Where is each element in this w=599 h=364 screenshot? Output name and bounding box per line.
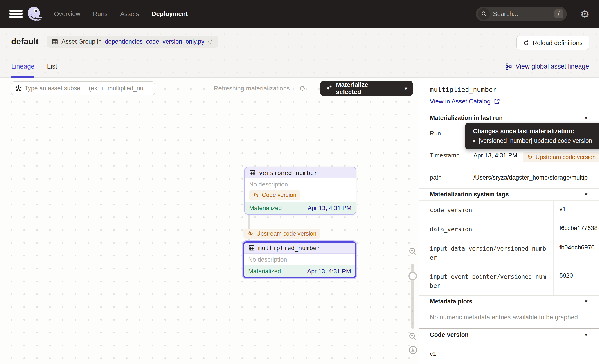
view-in-asset-catalog-link[interactable]: View in Asset Catalog <box>430 98 500 105</box>
code-version-tag-label: Code version <box>262 191 296 199</box>
nav-item-assets[interactable]: Assets <box>120 10 139 17</box>
table-icon <box>248 244 255 251</box>
asset-group-file-link[interactable]: dependencies_code_version_only.py <box>105 38 204 45</box>
materialized-timestamp[interactable]: Apr 13, 4:31 PM <box>307 268 351 275</box>
zoom-in-icon[interactable] <box>408 247 417 256</box>
refresh-icon[interactable] <box>299 85 306 92</box>
zoom-out-icon[interactable] <box>408 332 417 341</box>
reload-icon <box>523 40 529 46</box>
catalog-link-label: View in Asset Catalog <box>430 98 491 105</box>
view-global-lineage-link[interactable]: View global asset lineage <box>505 63 589 70</box>
download-view-icon[interactable] <box>408 345 418 355</box>
code-version-tag[interactable]: Code version <box>249 190 300 200</box>
dagster-app: Overview Runs Assets Deployment / ⚙ defa… <box>0 0 599 364</box>
page-title: default <box>11 37 38 46</box>
asset-subset-filter[interactable] <box>11 81 155 95</box>
asset-subset-input[interactable] <box>25 85 151 92</box>
nav-item-overview[interactable]: Overview <box>54 10 80 17</box>
asset-group-prefix: Asset Group in <box>62 38 102 45</box>
search-icon <box>478 8 490 20</box>
chevron-down-icon: ▼ <box>584 192 588 197</box>
lineage-canvas[interactable]: Refreshing materializations... Materiali… <box>0 78 419 364</box>
materialize-selected-label: Materialize selected <box>336 81 394 95</box>
asset-node-body: No description <box>244 253 355 265</box>
asset-node-multiplied-number[interactable]: multiplied_number No description Materia… <box>243 241 356 278</box>
asset-node-versioned-number[interactable]: versioned_number No description Code ver… <box>244 167 356 215</box>
section-materialization-last-run[interactable]: Materialization in last run ▼ <box>419 112 599 124</box>
tag-value: 5920 <box>553 267 599 295</box>
asset-node-header: multiplied_number <box>244 243 355 253</box>
timestamp-value[interactable]: Apr 13, 4:31 PM <box>474 152 517 159</box>
asset-node-footer: Materialized Apr 13, 4:31 PM <box>244 265 355 277</box>
settings-gear-icon[interactable]: ⚙ <box>580 9 590 19</box>
run-label: Run <box>419 124 468 146</box>
dagster-logo-icon[interactable] <box>26 6 42 22</box>
section-code-version[interactable]: Code Version ▼ <box>419 329 599 341</box>
main-area: Refreshing materializations... Materiali… <box>0 78 599 364</box>
table-row: input_data_version/versioned_number fb04… <box>419 239 599 267</box>
metadata-plots-empty-message: No numeric metadata entries available to… <box>419 308 599 328</box>
nav-items: Overview Runs Assets Deployment <box>54 10 188 17</box>
view-global-lineage-label: View global asset lineage <box>516 63 589 70</box>
materialized-timestamp[interactable]: Apr 13, 4:31 PM <box>308 205 352 212</box>
code-version-value: v1 <box>419 341 599 364</box>
section-metadata-plots[interactable]: Metadata plots ▼ <box>419 295 599 308</box>
chevron-down-icon: ▼ <box>584 116 588 121</box>
code-version-icon <box>527 154 533 160</box>
tag-value: v1 <box>553 201 599 220</box>
page-header: default Asset Group in dependencies_code… <box>0 28 599 56</box>
tag-value: f6ccba177638 <box>553 220 599 239</box>
code-version-icon <box>247 231 254 237</box>
nav-item-deployment[interactable]: Deployment <box>152 10 188 17</box>
nav-item-runs[interactable]: Runs <box>93 10 107 17</box>
tag-key: input_data_version/versioned_number <box>419 239 553 267</box>
reload-group-icon[interactable] <box>207 39 213 44</box>
section-title: Materialization system tags <box>430 191 509 198</box>
tab-bar: Lineage List View global asset lineage <box>0 56 599 78</box>
tab-lineage[interactable]: Lineage <box>11 56 35 77</box>
tag-key: data_version <box>419 220 553 239</box>
asset-group-icon <box>52 38 58 45</box>
zoom-slider-handle[interactable] <box>408 272 417 280</box>
upstream-code-version-tag[interactable]: Upstream code version <box>523 152 599 162</box>
tab-list[interactable]: List <box>47 56 57 77</box>
table-row: data_version f6ccba177638 <box>419 220 599 239</box>
sparkle-icon <box>325 85 333 92</box>
chevron-down-icon: ▼ <box>584 299 588 304</box>
section-system-tags[interactable]: Materialization system tags ▼ <box>419 188 599 200</box>
section-title: Materialization in last run <box>430 114 503 121</box>
asset-group-badge: Asset Group in dependencies_code_version… <box>47 35 218 48</box>
asset-node-header: versioned_number <box>245 167 355 178</box>
upstream-code-version-edge-tag[interactable]: Upstream code version <box>244 229 320 239</box>
materialize-dropdown-button[interactable]: ▾ <box>398 81 413 96</box>
path-row: path /Users/sryza/dagster_home/storage/m… <box>419 168 599 188</box>
search-input[interactable] <box>490 10 555 17</box>
changes-tooltip: Changes since last materialization: [ver… <box>465 123 599 149</box>
section-title: Metadata plots <box>430 298 472 305</box>
asset-node-name: versioned_number <box>259 169 317 176</box>
section-title: Code Version <box>430 331 469 338</box>
lineage-graph-icon <box>505 63 512 70</box>
global-search[interactable]: / <box>476 7 567 21</box>
hamburger-menu-icon[interactable] <box>9 9 23 19</box>
asset-node-name: multiplied_number <box>258 244 320 251</box>
upstream-code-version-label: Upstream code version <box>256 230 316 237</box>
table-icon <box>249 169 256 176</box>
tag-key: code_version <box>419 201 553 220</box>
timestamp-label: Timestamp <box>419 146 468 168</box>
table-row: code_version v1 <box>419 200 599 220</box>
asset-node-footer: Materialized Apr 13, 4:31 PM <box>245 202 355 214</box>
upstream-code-version-label: Upstream code version <box>536 154 596 161</box>
tag-key: input_event_pointer/versioned_number <box>419 267 553 295</box>
path-label: path <box>419 168 468 188</box>
materialize-button-group: Materialize selected ▾ <box>320 81 413 96</box>
path-value-link[interactable]: /Users/sryza/dagster_home/storage/multip <box>474 174 588 181</box>
asset-details-panel: multiplied_number View in Asset Catalog … <box>419 78 599 364</box>
code-version-icon <box>253 192 259 198</box>
tag-value: fb04dcb6970 <box>553 239 599 267</box>
materialized-status: Materialized <box>248 268 281 275</box>
materialize-selected-button[interactable]: Materialize selected <box>320 81 398 96</box>
reload-definitions-button[interactable]: Reload definitions <box>516 36 589 50</box>
asset-node-body: No description Code version <box>245 178 355 202</box>
tooltip-item: [versioned_number] updated code version <box>473 138 599 144</box>
